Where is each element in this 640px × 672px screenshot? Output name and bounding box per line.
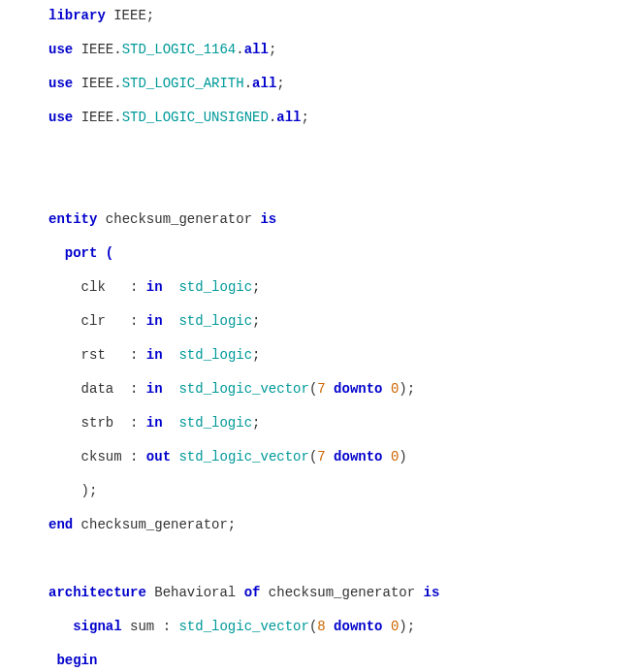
sp: : xyxy=(106,313,146,329)
dot: . xyxy=(236,42,243,57)
indent xyxy=(48,449,81,464)
sp: : xyxy=(106,279,146,295)
code-line: ); xyxy=(48,483,632,500)
num: 7 xyxy=(317,381,325,397)
indent xyxy=(48,483,81,498)
kw-downto: downto xyxy=(326,381,391,397)
semi: ; xyxy=(252,279,260,295)
id-ieee: IEEE xyxy=(81,42,114,57)
code-line: entity checksum_generator is xyxy=(48,211,632,229)
kw-is: is xyxy=(424,585,440,600)
type: std_logic xyxy=(178,347,252,363)
dot: . xyxy=(113,76,121,91)
indent xyxy=(48,313,81,329)
kw-out: out xyxy=(146,449,171,464)
kw-begin: begin xyxy=(56,653,97,668)
blank-line xyxy=(48,551,632,568)
kw-use: use xyxy=(48,110,73,125)
kw-of: of xyxy=(244,585,261,600)
sp xyxy=(163,415,179,431)
indent xyxy=(48,279,81,295)
type: std_logic xyxy=(178,415,252,431)
code-line: use IEEE.STD_LOGIC_ARITH.all; xyxy=(48,76,632,93)
sp: : xyxy=(113,415,146,431)
kw-downto: downto xyxy=(326,619,391,634)
code-line: end checksum_generator; xyxy=(48,517,632,534)
rp: ) xyxy=(399,619,406,634)
port-name: cksum xyxy=(81,449,122,464)
sp xyxy=(163,347,179,363)
entity-name: checksum_generator; xyxy=(73,517,236,532)
sp: : xyxy=(113,381,146,397)
code-line: signal sum : std_logic_vector(8 downto 0… xyxy=(48,619,632,636)
kw-use: use xyxy=(48,76,73,91)
kw-in: in xyxy=(146,415,163,431)
kw-all: all xyxy=(244,42,269,57)
semi: ; xyxy=(146,8,154,23)
semi: ; xyxy=(407,619,415,634)
blank-line xyxy=(48,144,632,161)
kw-use: use xyxy=(48,42,73,57)
blank-line xyxy=(48,177,632,195)
kw-end: end xyxy=(48,517,73,532)
type: std_logic_vector xyxy=(178,449,308,464)
sp xyxy=(163,381,179,397)
rp-semi: ); xyxy=(81,483,98,498)
port-name: data xyxy=(81,381,114,397)
semi: ; xyxy=(302,110,309,125)
type: std_logic xyxy=(178,279,252,295)
semi: ; xyxy=(276,76,284,91)
num: 8 xyxy=(317,619,325,634)
dot: . xyxy=(113,110,121,125)
code-line: library IEEE; xyxy=(48,8,632,25)
kw-is: is xyxy=(260,211,276,227)
kw-in: in xyxy=(146,279,163,295)
kw-in: in xyxy=(146,313,163,329)
semi: ; xyxy=(269,42,276,57)
indent xyxy=(48,347,81,363)
sp xyxy=(163,279,179,295)
kw-entity: entity xyxy=(48,211,97,227)
type: std_logic_vector xyxy=(178,619,308,634)
port-name: clk xyxy=(81,279,106,295)
indent xyxy=(48,381,81,397)
code-line: strb : in std_logic; xyxy=(48,415,632,432)
sp: : xyxy=(106,347,146,363)
code-line: use IEEE.STD_LOGIC_UNSIGNED.all; xyxy=(48,110,632,127)
id-ieee: IEEE xyxy=(81,110,114,125)
kw-all: all xyxy=(252,76,276,91)
semi: ; xyxy=(252,415,260,431)
code-line: begin xyxy=(48,653,632,670)
kw-signal: signal xyxy=(73,619,121,634)
entity-name: checksum_generator xyxy=(97,211,260,227)
kw-port: port xyxy=(65,245,98,261)
kw-library: library xyxy=(48,8,106,23)
pkg: STD_LOGIC_1164 xyxy=(122,42,237,57)
kw-downto: downto xyxy=(326,449,391,464)
sig-name: sum : xyxy=(122,619,179,634)
rp: ) xyxy=(399,381,406,397)
id-ieee: IEEE xyxy=(113,8,146,23)
dot: . xyxy=(244,76,252,91)
kw-in: in xyxy=(146,381,163,397)
code-line: rst : in std_logic; xyxy=(48,347,632,365)
kw-all: all xyxy=(276,110,301,125)
pkg: STD_LOGIC_ARITH xyxy=(122,76,244,91)
rp: ) xyxy=(399,449,406,464)
pkg: STD_LOGIC_UNSIGNED xyxy=(122,110,269,125)
kw-architecture: architecture xyxy=(48,585,146,600)
port-name: rst xyxy=(81,347,106,363)
code-line: architecture Behavioral of checksum_gene… xyxy=(48,585,632,602)
code-line: data : in std_logic_vector(7 downto 0); xyxy=(48,381,632,399)
lp: ( xyxy=(97,245,113,261)
semi: ; xyxy=(407,381,415,397)
arch-name: Behavioral xyxy=(146,585,244,600)
num: 7 xyxy=(317,449,325,464)
id-ieee: IEEE xyxy=(81,76,114,91)
entity-name: checksum_generator xyxy=(260,585,423,600)
sp xyxy=(163,313,179,329)
semi: ; xyxy=(252,313,260,329)
txt xyxy=(106,8,113,23)
indent xyxy=(48,415,81,431)
type: std_logic_vector xyxy=(178,381,308,397)
